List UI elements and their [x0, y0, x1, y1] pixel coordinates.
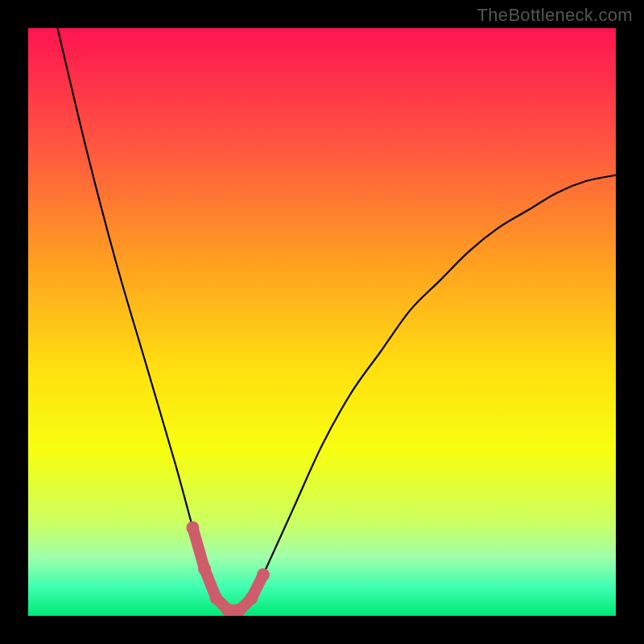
svg-point-2: [198, 563, 211, 576]
svg-point-1: [186, 522, 199, 535]
watermark-text: TheBottleneck.com: [477, 5, 633, 26]
curve-highlight: [186, 522, 270, 617]
svg-point-3: [210, 592, 223, 605]
plot-area: [28, 28, 616, 616]
svg-point-4: [221, 604, 234, 616]
curve-line-icon: [58, 28, 617, 612]
svg-point-6: [245, 592, 258, 605]
bottleneck-curve: [28, 28, 616, 616]
chart-frame: TheBottleneck.com: [0, 0, 644, 644]
svg-point-7: [257, 568, 270, 581]
svg-point-5: [233, 604, 246, 616]
